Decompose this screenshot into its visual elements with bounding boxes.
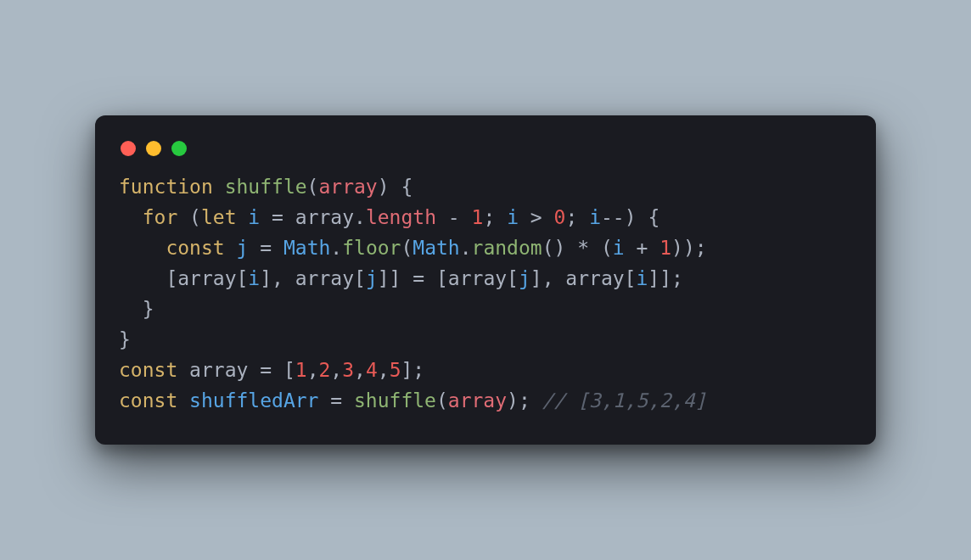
code-token: [ [424,267,448,289]
code-token [177,389,189,412]
code-token: 1 [472,206,484,228]
code-token [283,206,295,228]
code-token [460,206,472,228]
code-token: shuffle [354,389,436,412]
code-token: i [507,206,519,228]
code-token [342,389,354,412]
code-token: . [460,237,472,259]
code-token: = [330,389,342,412]
code-token: i [613,237,625,259]
code-token: + [636,237,648,259]
code-token: = [413,267,424,289]
code-token [542,206,554,228]
code-token: ) { [378,176,413,198]
code-token: length [366,206,436,228]
code-token: array [448,267,507,289]
code-token: shuffle [225,176,307,198]
code-token [248,237,260,259]
code-token [625,237,637,259]
code-token: shuffledArr [189,389,318,412]
code-token [519,206,530,228]
code-token: j [366,267,378,289]
code-token: function [119,176,213,198]
code-token [177,359,189,381]
code-token: 0 [554,206,566,228]
code-token: [ [119,267,177,289]
code-token: , [330,359,342,381]
code-token: i [248,267,260,289]
zoom-icon[interactable] [171,141,187,156]
code-token: [ [625,267,637,289]
code-token: 1 [295,359,307,381]
code-token: array [295,267,354,289]
code-token: floor [342,237,401,259]
code-token: , [354,359,366,381]
code-token: . [354,206,366,228]
code-token: > [530,206,542,228]
code-token: ( [401,237,413,259]
code-token [648,237,659,259]
code-token: const [119,389,177,412]
code-token: = [260,359,272,381]
code-token: j [519,267,530,289]
code-token: 4 [366,359,378,381]
code-token: [ [237,267,249,289]
code-token: ( [436,389,448,412]
code-token: random [472,237,542,259]
code-window: function shuffle(array) { for (let i = a… [95,115,876,445]
code-token: = [260,237,272,259]
code-token: 2 [319,359,331,381]
code-token: i [248,206,260,228]
titlebar [119,136,852,171]
code-token: , [307,359,319,381]
code-token [237,206,249,228]
code-token: array [189,359,248,381]
code-token: 3 [342,359,354,381]
code-token: ); [507,389,542,412]
code-token: . [330,237,342,259]
code-token [260,206,272,228]
code-token: 5 [390,359,401,381]
code-token: const [119,359,177,381]
code-token: = [272,206,283,228]
code-token [436,206,448,228]
code-token: ]; [401,359,425,381]
code-token: array [448,389,507,412]
code-token: ; [565,206,589,228]
code-token [318,389,330,412]
code-token: [ [354,267,366,289]
code-token: for [143,206,178,228]
code-token: j [237,237,249,259]
code-token [225,237,237,259]
code-token [213,176,225,198]
code-token: , [378,359,390,381]
code-token: ]] [378,267,413,289]
close-icon[interactable] [121,141,136,156]
code-token [248,359,260,381]
code-token: ( [177,206,201,228]
code-token: Math [413,237,459,259]
code-token: array [295,206,354,228]
code-token: - [448,206,460,228]
code-token: ]]; [648,267,683,289]
code-token: ], [530,267,566,289]
code-token: array [177,267,236,289]
code-token: -- [601,206,625,228]
minimize-icon[interactable] [146,141,161,156]
code-token: )); [671,237,707,259]
code-token: [ [272,359,295,381]
code-token: } [119,328,131,350]
code-token: Math [283,237,330,259]
code-token: array [565,267,624,289]
code-token: () [542,237,578,259]
code-token: let [201,206,237,228]
code-token: ; [483,206,507,228]
code-token: // [3,1,5,2,4] [542,389,707,412]
code-token: array [318,176,377,198]
code-token: ], [260,267,295,289]
code-token: const [166,237,224,259]
code-token: [ [507,267,519,289]
code-token: * [577,237,589,259]
code-token: ( [589,237,613,259]
code-token [119,206,143,228]
